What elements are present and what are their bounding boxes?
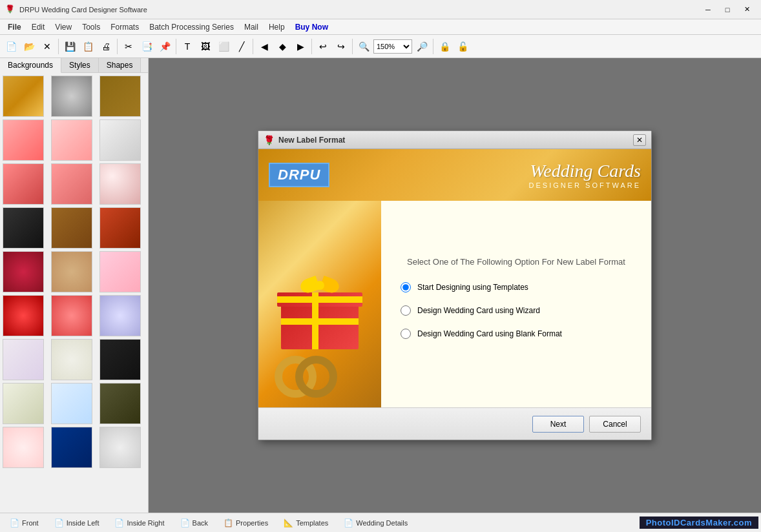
radio-wizard[interactable] xyxy=(401,305,411,316)
cancel-button[interactable]: Cancel xyxy=(589,416,641,433)
main-layout: Backgrounds Styles Shapes xyxy=(0,58,761,513)
menu-file[interactable]: File xyxy=(3,19,26,34)
toolbar-copy[interactable]: 📑 xyxy=(138,38,155,55)
bg-item-5[interactable] xyxy=(51,119,92,161)
bg-item-12[interactable] xyxy=(99,207,141,249)
toolbar-close[interactable]: ✕ xyxy=(39,38,56,55)
zoom-select[interactable]: 150% 100% 75% 50% xyxy=(373,39,412,54)
tab-front[interactable]: 📄 Front xyxy=(3,515,46,531)
dialog-titlebar: 🌹 New Label Format ✕ xyxy=(258,131,651,149)
toolbar-align-left[interactable]: ◀ xyxy=(256,38,273,55)
toolbar-sep-1 xyxy=(58,39,59,54)
dialog-body: Select One of The Following Option For N… xyxy=(258,201,651,407)
bg-item-6[interactable] xyxy=(99,119,141,161)
bg-item-14[interactable] xyxy=(51,251,92,292)
option-wizard[interactable]: Design Wedding Card using Wizard xyxy=(401,305,632,316)
toolbar-save-as[interactable]: 📋 xyxy=(79,38,96,55)
dialog-image-panel xyxy=(258,201,381,407)
menu-help[interactable]: Help xyxy=(264,19,290,34)
toolbar-open[interactable]: 📂 xyxy=(21,38,37,55)
bg-item-2[interactable] xyxy=(51,76,92,117)
toolbar-shape[interactable]: ⬜ xyxy=(215,38,232,55)
bg-item-27[interactable] xyxy=(99,427,141,468)
bg-item-21[interactable] xyxy=(99,339,141,380)
bg-item-18[interactable] xyxy=(99,295,141,336)
tab-shapes[interactable]: Shapes xyxy=(99,58,141,72)
left-panel: Backgrounds Styles Shapes xyxy=(0,58,149,513)
tab-wedding-details[interactable]: 📄 Wedding Details xyxy=(337,515,415,531)
menu-batch[interactable]: Batch Processing Series xyxy=(144,19,239,34)
tab-styles[interactable]: Styles xyxy=(61,58,99,72)
bg-item-3[interactable] xyxy=(99,76,141,117)
minimize-button[interactable]: ─ xyxy=(699,3,717,16)
option-templates[interactable]: Start Designing using Templates xyxy=(401,282,632,292)
toolbar-unlock[interactable]: 🔓 xyxy=(454,38,471,55)
option-blank[interactable]: Design Wedding Card using Blank Format xyxy=(401,329,632,339)
bg-item-9[interactable] xyxy=(99,163,141,205)
dialog-close-button[interactable]: ✕ xyxy=(633,134,646,146)
bg-item-10[interactable] xyxy=(3,207,44,249)
maximize-button[interactable]: □ xyxy=(718,3,736,16)
canvas-area: 🌹 New Label Format ✕ DRPU Wedding Cards … xyxy=(149,58,761,513)
tab-inside-left[interactable]: 📄 Inside Left xyxy=(47,515,107,531)
toolbar-align-center[interactable]: ◆ xyxy=(274,38,291,55)
menu-mail[interactable]: Mail xyxy=(239,19,264,34)
bg-item-11[interactable] xyxy=(51,207,92,249)
tab-back[interactable]: 📄 Back xyxy=(173,515,215,531)
toolbar-undo[interactable]: ↩ xyxy=(315,38,331,55)
toolbar-paste[interactable]: 📌 xyxy=(156,38,173,55)
wedding-title-line2: DESIGNER SOFTWARE xyxy=(529,181,641,189)
bg-item-22[interactable] xyxy=(3,383,44,424)
window-controls: ─ □ ✕ xyxy=(699,3,756,16)
toolbar-new[interactable]: 📄 xyxy=(3,38,19,55)
toolbar-cut[interactable]: ✂ xyxy=(120,38,137,55)
bg-item-20[interactable] xyxy=(51,339,92,380)
bg-item-4[interactable] xyxy=(3,119,44,161)
tab-templates[interactable]: 📐 Templates xyxy=(276,515,335,531)
toolbar-save[interactable]: 💾 xyxy=(61,38,78,55)
bottom-tabs: 📄 Front 📄 Inside Left 📄 Inside Right 📄 B… xyxy=(0,513,761,532)
bg-item-13[interactable] xyxy=(3,251,44,292)
tab-inside-left-label: Inside Left xyxy=(67,519,99,527)
templates-tab-icon: 📐 xyxy=(284,518,293,527)
menu-edit[interactable]: Edit xyxy=(26,19,50,34)
bg-item-8[interactable] xyxy=(51,163,92,205)
tab-backgrounds[interactable]: Backgrounds xyxy=(0,58,61,73)
toolbar-btn-3[interactable]: 🖨 xyxy=(98,38,114,55)
bg-item-7[interactable] xyxy=(3,163,44,205)
tab-properties[interactable]: 📋 Properties xyxy=(216,515,275,531)
toolbar-lock[interactable]: 🔒 xyxy=(436,38,453,55)
toolbar-redo[interactable]: ↪ xyxy=(333,38,349,55)
toolbar-zoom-out[interactable]: 🔍 xyxy=(355,38,372,55)
bg-item-1[interactable] xyxy=(3,76,44,117)
radio-templates[interactable] xyxy=(401,282,411,292)
menu-formats[interactable]: Formats xyxy=(105,19,144,34)
bg-item-19[interactable] xyxy=(3,339,44,380)
radio-blank[interactable] xyxy=(401,329,411,339)
menu-buy-now[interactable]: Buy Now xyxy=(290,19,333,34)
dialog-icon: 🌹 xyxy=(264,135,275,145)
toolbar-line[interactable]: ╱ xyxy=(233,38,250,55)
toolbar-zoom-in[interactable]: 🔎 xyxy=(413,38,430,55)
close-button[interactable]: ✕ xyxy=(738,3,756,16)
bg-item-25[interactable] xyxy=(3,427,44,468)
next-button[interactable]: Next xyxy=(532,416,584,433)
panel-scroll[interactable] xyxy=(0,73,148,513)
toolbar-text[interactable]: T xyxy=(179,38,196,55)
front-tab-icon: 📄 xyxy=(10,518,19,527)
dialog-header-banner: DRPU Wedding Cards DESIGNER SOFTWARE xyxy=(258,149,651,201)
menu-tools[interactable]: Tools xyxy=(77,19,105,34)
tab-back-label: Back xyxy=(193,519,208,527)
bg-item-26[interactable] xyxy=(51,427,92,468)
toolbar-image[interactable]: 🖼 xyxy=(197,38,214,55)
bg-item-17[interactable] xyxy=(51,295,92,336)
tab-inside-right[interactable]: 📄 Inside Right xyxy=(107,515,171,531)
dialog-footer: Next Cancel xyxy=(258,407,651,440)
menu-view[interactable]: View xyxy=(50,19,77,34)
bg-item-23[interactable] xyxy=(51,383,92,424)
bg-item-24[interactable] xyxy=(99,383,141,424)
bg-item-16[interactable] xyxy=(3,295,44,336)
toolbar-align-right[interactable]: ▶ xyxy=(292,38,309,55)
new-label-dialog: 🌹 New Label Format ✕ DRPU Wedding Cards … xyxy=(258,130,652,440)
bg-item-15[interactable] xyxy=(99,251,141,292)
